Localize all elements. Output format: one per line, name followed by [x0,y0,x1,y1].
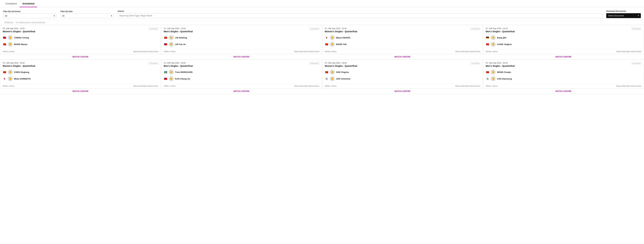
player-name: CHO Daeseong [497,78,512,80]
venue-left: Infinity ∞ Arena [3,51,14,52]
tab-completed[interactable]: Completed [2,0,20,7]
match-card: Fri, 13th Sep 2024 - 12:30 Women's Singl… [0,25,161,54]
download-select[interactable]: Select Document ▾ [606,13,641,18]
date-chevron: ▾ [111,15,112,17]
venue-right: Macao East Asian Games Dome [294,51,320,52]
match-count-text: 8 Matches [4,22,13,24]
match-centre-button[interactable]: MATCH CENTRE [322,54,483,59]
search-input[interactable] [118,13,602,18]
player-name: KAO Cheng-Jui [175,78,190,80]
player-row: 🇹🇼 🙂 LIN Yun-Ju [164,41,320,48]
player-row: 🇰🇷 🙂 CHO Daeseong [486,75,641,82]
match-title: Women's Singles - Quarterfinal [3,65,158,67]
match-centre-button[interactable]: MATCH CENTRE [161,54,322,59]
player-flag: 🇹🇼 [164,43,168,46]
match-centre-button[interactable]: MATCH CENTRE [0,89,161,94]
players-list: 🇨🇳 🙂 SUN Yingsha 🇰🇷 🙂 JOO Cheonhui [325,69,480,82]
player-row: 🇨🇳 🙂 CHEN Xingtong [3,69,158,75]
player-flag: 🇨🇳 [325,43,328,46]
filters-bar: Filter By Sub Event All ▾ Filter By Date… [0,7,644,20]
player-name: JOO Cheonhui [336,78,350,80]
match-title: Women's Singles - Quarterfinal [325,30,480,33]
match-title: Men's Singles - Quarterfinal [486,65,641,67]
venue-row: Infinity ∞ Arena Macao East Asian Games … [164,49,320,52]
match-count-bar: 8 Matches * All matches are in venue loc… [0,20,644,25]
date-select[interactable]: All ▾ [60,14,114,18]
venue-row: Infinity ∞ Arena Macao East Asian Games … [325,49,480,52]
player-flag: 🇨🇳 [3,71,6,74]
download-label: Download Documents [606,10,641,12]
match-card-wrapper: Fri, 13th Sep 2024 - 18:30 Women's Singl… [0,60,161,94]
player-flag: 🇯🇵 [3,77,6,80]
match-card-wrapper: Fri, 13th Sep 2024 - 13:40 Women's Singl… [322,25,483,60]
download-group: Download Documents Select Document ▾ [606,10,641,18]
player-row: 🇸🇪 🙂 Truls MOREGARD [164,69,320,75]
scheduled-badge: Scheduled [631,27,642,30]
player-flag: 🇯🇵 [325,36,328,39]
match-card-wrapper: Fri, 13th Sep 2024 - 14:15 Men's Singles… [483,25,644,60]
match-centre-button[interactable]: MATCH CENTRE [161,89,322,94]
venue-right: Macao East Asian Games Dome [133,85,158,87]
tabs-container: Completed Scheduled [0,0,644,7]
player-avatar: 🙂 [8,70,13,75]
venue-left: Infinity ∞ Arena [486,51,498,52]
player-avatar: 🙂 [330,70,335,75]
match-centre-button[interactable]: MATCH CENTRE [483,54,644,59]
venue-row: Infinity ∞ Arena Macao East Asian Games … [3,49,158,52]
player-row: 🇨🇳 🙂 WANG Yidi [325,41,480,48]
player-name: WANG Chuqin [497,71,511,73]
player-name: LIN Shidong [175,37,187,39]
date-filter: Filter By Date All ▾ [60,11,114,18]
match-datetime: Fri, 13th Sep 2024 - 14:15 [486,27,641,30]
player-flag: 🇰🇷 [486,77,490,80]
player-row: 🇨🇳 🙂 LIN Shidong [164,34,320,41]
player-name: WANG Manyu [14,43,27,46]
scheduled-badge: Scheduled [309,27,320,30]
venue-left: Infinity ∞ Arena [325,51,336,52]
player-name: Dang QIU [497,37,506,39]
player-flag: 🇰🇷 [325,77,328,80]
matches-grid: Fri, 13th Sep 2024 - 12:30 Women's Singl… [0,25,644,94]
player-row: 🇨🇳 🙂 SUN Yingsha [325,69,480,75]
player-avatar: 🙂 [169,35,174,40]
match-title: Men's Singles - Quarterfinal [164,30,320,33]
players-list: 🇩🇪 🙂 Dang QIU 🇨🇳 🙂 LIANG Jingkun [486,34,641,48]
player-row: 🇰🇷 🙂 JOO Cheonhui [325,75,480,82]
match-datetime: Fri, 13th Sep 2024 - 20:15 [486,62,641,64]
player-avatar: 🙂 [169,70,174,75]
date-value: All [62,15,64,17]
player-row: 🇹🇼 🙂 CHENG I-Ching [3,34,158,41]
match-centre-button[interactable]: MATCH CENTRE [483,89,644,94]
match-centre-button[interactable]: MATCH CENTRE [0,54,161,59]
match-card-wrapper: Fri, 13th Sep 2024 - 19:05 Men's Singles… [161,60,322,94]
match-title: Men's Singles - Quarterfinal [486,30,641,33]
players-list: 🇹🇼 🙂 CHENG I-Ching 🇨🇳 🙂 WANG Manyu [3,34,158,48]
player-avatar: 🙂 [8,76,13,81]
venue-row: Infinity ∞ Arena Macao East Asian Games … [164,84,320,87]
match-note: * All matches are in venue local time [15,22,45,24]
match-card-wrapper: Fri, 13th Sep 2024 - 20:15 Men's Singles… [483,60,644,94]
match-card-wrapper: Fri, 13th Sep 2024 - 13:05 Men's Singles… [161,25,322,60]
date-label: Filter By Date [60,11,114,13]
match-datetime: Fri, 13th Sep 2024 - 19:05 [164,62,320,64]
match-centre-button[interactable]: MATCH CENTRE [322,89,483,94]
venue-right: Macao East Asian Games Dome [133,51,158,52]
sub-event-select[interactable]: All ▾ [3,14,56,18]
match-card: Fri, 13th Sep 2024 - 18:30 Women's Singl… [0,60,161,89]
download-value: Select Document [608,15,624,17]
player-avatar: 🙂 [491,70,496,75]
player-flag: 🇹🇼 [164,77,168,80]
players-list: 🇨🇳 🙂 CHEN Xingtong 🇯🇵 🙂 Miwa HARIMOTO [3,69,158,82]
player-flag: 🇨🇳 [325,71,328,74]
match-card-wrapper: Fri, 13th Sep 2024 - 19:40 Women's Singl… [322,60,483,94]
player-flag: 🇨🇳 [486,71,490,74]
players-list: 🇯🇵 🙂 Miyuu KIHARA 🇨🇳 🙂 WANG Yidi [325,34,480,48]
tab-scheduled[interactable]: Scheduled [20,0,37,7]
player-flag: 🇸🇪 [164,71,168,74]
sub-event-label: Filter By Sub Event [3,11,56,13]
scheduled-badge: Scheduled [148,62,159,65]
player-row: 🇹🇼 🙂 KAO Cheng-Jui [164,75,320,82]
venue-left: Infinity ∞ Arena [325,85,336,87]
player-name: Miwa HARIMOTO [14,78,31,80]
player-avatar: 🙂 [330,76,335,81]
